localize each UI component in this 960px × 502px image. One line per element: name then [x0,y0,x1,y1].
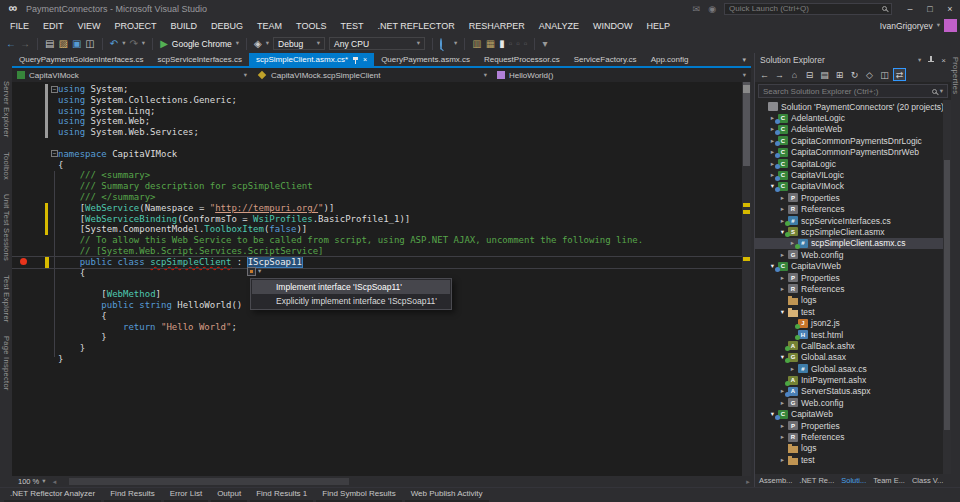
scrollbar-thumb[interactable] [743,82,750,166]
quick-launch-input[interactable]: Quick Launch (Ctrl+Q) [724,3,892,15]
doc-tab-app-config[interactable]: App.config [644,53,696,66]
collapsed-arrow-icon[interactable]: ▸ [778,399,787,407]
collapsed-arrow-icon[interactable]: ▸ [788,365,797,373]
tree-item-scpsimpleclient-asmx[interactable]: ▾SscpSimpleClient.asmx [755,226,951,237]
menu-edit[interactable]: EDIT [36,21,71,31]
collapsed-arrow-icon[interactable]: ▸ [778,194,787,202]
user-dropdown-icon[interactable]: ▾ [937,22,940,29]
menu-resharper[interactable]: RESHARPER [462,21,532,31]
tree-item-logs[interactable]: logs [755,295,951,306]
tree-item-solution-paymentconnectors-20-projects[interactable]: Solution 'PaymentConnectors' (20 project… [755,101,951,112]
toolbar-overflow-icon[interactable]: ▾ [542,39,547,49]
forward-icon[interactable]: → [773,68,786,81]
back-icon[interactable]: ← [758,68,771,81]
comment-icon[interactable]: ▫ [509,39,513,49]
solution-explorer-search-input[interactable]: Search Solution Explorer (Ctrl+;) ▾ [758,84,948,98]
tree-item-serverstatus-aspx[interactable]: ▸AServerStatus.aspx [755,386,951,397]
breadcrumb-project-dropdown[interactable]: CapitaVIMock ▾ [12,68,252,82]
tree-item-properties[interactable]: ▸PProperties [755,192,951,203]
menu-item-implement-interface-iscpsoap11[interactable]: Implement interface 'IScpSoap11' [252,280,450,294]
solution-platform-dropdown[interactable]: Any CPU▾ [329,37,425,50]
signed-in-user[interactable]: IvanGrigoryev [880,21,933,31]
close-icon[interactable]: × [363,56,367,63]
pin-icon[interactable] [352,56,359,64]
editor-horizontal-scrollbar[interactable] [61,477,742,486]
smart-tag[interactable]: ▾ [247,267,261,276]
menu-project[interactable]: PROJECT [108,21,164,31]
menu-test[interactable]: TEST [333,21,370,31]
tool-tab-class-v[interactable]: Class V... [909,476,946,485]
solution-explorer-scrollbar[interactable] [943,100,951,474]
tree-item-scpserviceinterfaces-cs[interactable]: ▸#scpServiceInterfaces.cs [755,215,951,226]
tree-item-test[interactable]: ▸test [755,454,951,465]
tool-tab-net-re[interactable]: .NET Re... [796,476,837,485]
indent-icon[interactable]: ▫ [524,39,528,49]
view-code-icon[interactable]: ◇ [863,68,876,81]
solution-explorer-title-bar[interactable]: Solution Explorer ▾ × [755,53,951,67]
tree-item-global-asax-cs[interactable]: ▸#Global.asax.cs [755,363,951,374]
user-avatar[interactable] [944,19,957,32]
collapsed-arrow-icon[interactable]: ▸ [778,251,787,259]
tool-tab-page-inspector[interactable]: Page Inspector [2,336,11,391]
preview-selected-items-icon[interactable]: ◫ [878,68,891,81]
collapsed-arrow-icon[interactable]: ▸ [778,422,787,430]
auto-hide-pin-icon[interactable] [927,56,935,65]
collapsed-arrow-icon[interactable]: ▸ [778,205,787,213]
tool-tab-unit-test-sessions[interactable]: Unit Test Sessions [2,194,11,261]
solution-scope-icon[interactable]: ▥ [472,39,481,49]
tree-item-adelanteweb[interactable]: ▸CAdelanteWeb [755,124,951,135]
menu-net-reflector[interactable]: .NET REFLECTOR [370,21,461,31]
collapsed-arrow-icon[interactable]: ▸ [778,456,787,464]
uncomment-icon[interactable]: ▫ [516,39,520,49]
tree-item-initpayment-ashx[interactable]: AInitPayment.ashx [755,374,951,385]
refresh-icon[interactable]: ↻ [848,68,861,81]
chevron-down-icon[interactable]: ▾ [122,40,125,47]
tree-item-logs[interactable]: logs [755,443,951,454]
save-icon[interactable]: ▣ [72,39,81,49]
doc-tab-servicefactory-cs[interactable]: ServiceFactory.cs [567,53,644,66]
tool-tab-assemb[interactable]: Assemb... [756,476,795,485]
tool-tab-test-explorer[interactable]: Test Explorer [2,275,11,323]
tree-item-references[interactable]: ▸RReferences [755,283,951,294]
scrollbar-thumb[interactable] [944,160,950,430]
tree-item-test-html[interactable]: Htest.html [755,329,951,340]
file-scope-icon[interactable]: ▦ [486,39,495,49]
feedback-icon[interactable]: ✉ [693,4,701,14]
panel-tab-find-results-1[interactable]: Find Results 1 [250,488,313,502]
doc-tab-requestprocessor-cs[interactable]: RequestProcessor.cs [477,53,567,66]
undo-icon[interactable]: ↶ [110,39,118,49]
start-debug-icon[interactable]: ▶ [160,39,168,49]
run-target-label[interactable]: Google Chrome [172,39,232,49]
menu-debug[interactable]: DEBUG [204,21,250,31]
breadcrumb-type-dropdown[interactable]: CapitaVIMock.scpSimpleClient ▾ [252,68,492,82]
tab-list-dropdown-icon[interactable]: ▾ [742,53,751,66]
menu-tools[interactable]: TOOLS [289,21,333,31]
panel-tab-find-results[interactable]: Find Results [104,488,160,502]
panel-tab-output[interactable]: Output [211,488,247,502]
tree-item-capitavilogic[interactable]: ▸CCapitaVILogic [755,169,951,180]
panel-tab-error-list[interactable]: Error List [164,488,208,502]
menu-help[interactable]: HELP [640,21,678,31]
tree-item-references[interactable]: ▸RReferences [755,431,951,442]
bookmark-icon[interactable]: ▮ [499,39,505,49]
tree-item-capitaweb[interactable]: ▾CCapitaWeb [755,409,951,420]
tree-item-web-config[interactable]: ▸GWeb.config [755,249,951,260]
tree-item-references[interactable]: ▸RReferences [755,204,951,215]
tree-item-adelantelogic[interactable]: ▸CAdelanteLogic [755,112,951,123]
tool-tab-server-explorer[interactable]: Server Explorer [2,81,11,138]
chevron-down-icon[interactable]: ▾ [236,40,239,47]
open-file-icon[interactable]: ▨ [58,39,67,49]
menu-build[interactable]: BUILD [164,21,205,31]
menu-item-explicitly-implement-interface-iscpsoap11[interactable]: Explicitly implement interface 'IScpSoap… [252,294,450,308]
scroll-left-icon[interactable]: ◄ [52,479,58,485]
tree-item-web-config[interactable]: ▸GWeb.config [755,397,951,408]
tool-tab-toolbox[interactable]: Toolbox [2,152,11,180]
menu-window[interactable]: WINDOW [586,21,640,31]
tree-item-capitacommonpaymentsdnrweb[interactable]: ▸CCapitaCommonPaymentsDnrWeb [755,147,951,158]
menu-team[interactable]: TEAM [250,21,289,31]
save-all-icon[interactable]: ◫ [85,39,94,49]
show-all-files-icon[interactable]: ⊞ [833,68,846,81]
tool-tab-soluti[interactable]: Soluti... [838,476,869,485]
tree-item-capitaviweb[interactable]: ▾CCapitaVIWeb [755,260,951,271]
chevron-down-icon[interactable]: ▾ [454,40,457,47]
